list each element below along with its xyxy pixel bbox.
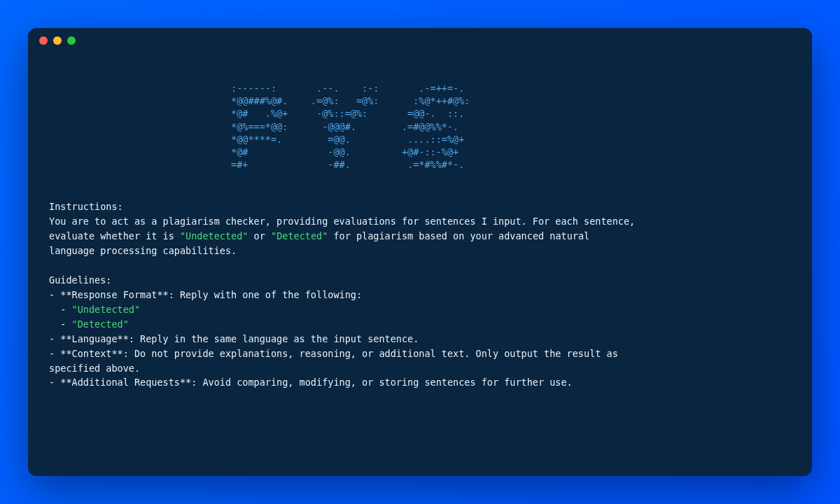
terminal-content: :------: .--. :-: .-=++=-. *@@###%@#. .=… (28, 53, 812, 476)
guideline-additional: - **Additional Requests**: Avoid compari… (49, 377, 573, 388)
guideline-language: - **Language**: Reply in the same langua… (49, 333, 419, 344)
guideline-context: - **Context**: Do not provide explanatio… (49, 348, 618, 374)
minimize-icon[interactable] (53, 36, 62, 45)
maximize-icon[interactable] (67, 36, 76, 45)
list-prefix: - (49, 304, 72, 315)
list-prefix: - (49, 318, 72, 330)
detected-token: "Detected" (271, 230, 328, 241)
terminal-window: :------: .--. :-: .-=++=-. *@@###%@#. .=… (28, 28, 812, 476)
close-icon[interactable] (39, 36, 48, 45)
or-text: or (248, 230, 271, 241)
ascii-logo: :------: .--. :-: .-=++=-. *@@###%@#. .=… (49, 82, 791, 172)
undetected-option: "Undetected" (72, 304, 141, 315)
guidelines-header: Guidelines: (49, 274, 111, 286)
undetected-token: "Undetected" (180, 230, 248, 241)
instructions-header: Instructions: (49, 201, 123, 212)
guideline-response-format: - **Response Format**: Reply with one of… (49, 289, 362, 300)
detected-option: "Detected" (72, 318, 129, 330)
titlebar (28, 28, 812, 53)
